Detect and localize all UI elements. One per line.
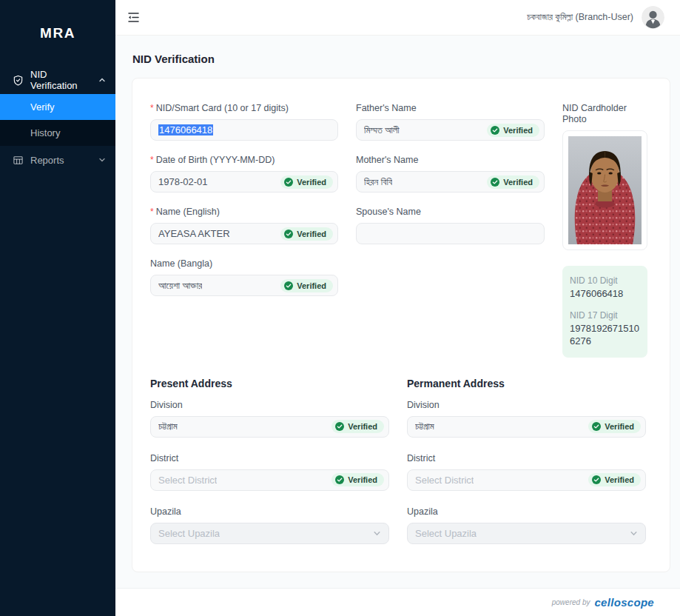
cardholder-photo <box>562 130 647 250</box>
verified-badge: Verified <box>331 420 384 433</box>
nid10-label: NID 10 Digit <box>570 275 640 286</box>
permanent-upazila-select[interactable]: Select Upazila <box>407 523 646 544</box>
present-division-field[interactable]: চট্টগ্রাম Verified <box>150 416 389 438</box>
nid10-value: 1476066418 <box>570 288 640 300</box>
check-circle-icon <box>284 230 293 238</box>
sidebar-item-label: Verify <box>30 101 55 113</box>
upazila-label: Upazila <box>150 506 389 518</box>
division-label: Division <box>407 400 646 411</box>
sidebar-item-history[interactable]: History <box>0 120 115 146</box>
page-footer: powered by celloscope <box>115 588 680 616</box>
nid-input[interactable]: 1476066418 <box>150 119 338 141</box>
celloscope-logo: celloscope <box>594 596 654 609</box>
father-name-field[interactable]: মিম্মত আলী Verified <box>356 119 545 141</box>
main-area: চকবাজার কুমিল্লা (Branch-User) NID Verif… <box>115 0 680 616</box>
district-label: District <box>407 453 646 464</box>
division-label: Division <box>150 400 389 411</box>
mother-name-label: Mother's Name <box>356 155 545 166</box>
nid-selected-text: 1476066418 <box>158 124 213 135</box>
name-english-label: *Name (English) <box>150 207 338 218</box>
shield-icon <box>13 75 24 86</box>
form-column-2: Father's Name মিম্মত আলী Verified Mother… <box>356 103 545 258</box>
cardholder-photo-label: NID Cardholder Photo <box>562 103 647 125</box>
chevron-down-icon <box>98 156 106 164</box>
spouse-name-field[interactable] <box>356 223 545 244</box>
present-address-section: Present Address Division চট্টগ্রাম Verif… <box>150 378 389 560</box>
verified-badge: Verified <box>487 175 539 189</box>
required-asterisk: * <box>150 207 154 217</box>
nid-verification-submenu: Verify History <box>0 94 115 146</box>
form-column-1: *NID/Smart Card (10 or 17 digits) 147606… <box>150 103 338 310</box>
photo-column: NID Cardholder Photo <box>562 103 647 358</box>
cardholder-portrait-image <box>568 136 642 244</box>
page-title: NID Verification <box>132 53 670 65</box>
spouse-name-label: Spouse's Name <box>356 207 545 218</box>
chevron-down-icon <box>630 529 638 538</box>
name-bangla-label: Name (Bangla) <box>150 258 338 270</box>
permanent-address-title: Permanent Address <box>407 378 646 389</box>
check-circle-icon <box>491 178 499 187</box>
sidebar-item-nid-verification[interactable]: NID Verification <box>0 66 115 94</box>
mother-name-field[interactable]: হিরন বিবি Verified <box>356 171 545 192</box>
user-branch-label: চকবাজার কুমিল্লা (Branch-User) <box>527 12 633 23</box>
required-asterisk: * <box>150 103 154 113</box>
father-name-label: Father's Name <box>356 103 545 114</box>
sidebar-item-reports[interactable]: Reports <box>0 146 115 174</box>
verified-badge: Verified <box>588 473 641 486</box>
verified-badge: Verified <box>280 175 333 189</box>
permanent-division-field[interactable]: চট্টগ্রাম Verified <box>407 416 646 438</box>
sidebar: MRA NID Verification Verify History <box>0 0 115 616</box>
verified-badge: Verified <box>487 124 539 137</box>
chevron-down-icon <box>373 529 381 538</box>
powered-by-label: powered by <box>552 598 590 606</box>
sidebar-item-label: NID Verification <box>30 69 92 91</box>
sidebar-item-verify[interactable]: Verify <box>0 94 115 120</box>
sidebar-item-label: History <box>30 127 60 138</box>
name-bangla-field[interactable]: আয়েশা আক্তার Verified <box>150 275 338 296</box>
permanent-address-section: Permanent Address Division চট্টগ্রাম Ver… <box>407 378 646 560</box>
dob-label: *Date of Birth (YYYY-MM-DD) <box>150 155 338 166</box>
required-asterisk: * <box>150 155 154 165</box>
check-circle-icon <box>592 422 601 431</box>
nid17-value: 19781926715106276 <box>570 323 640 347</box>
present-address-title: Present Address <box>150 378 389 389</box>
check-circle-icon <box>335 422 344 431</box>
chevron-up-icon <box>98 76 106 84</box>
page-content: NID Verification *NID/Smart Card (10 or … <box>115 36 680 588</box>
verified-badge: Verified <box>331 473 384 486</box>
verified-badge: Verified <box>280 279 333 292</box>
permanent-district-field[interactable]: Select District Verified <box>407 469 646 491</box>
verified-badge: Verified <box>280 227 333 241</box>
nid-summary-box: NID 10 Digit 1476066418 NID 17 Digit 197… <box>562 266 647 358</box>
check-circle-icon <box>592 475 601 484</box>
sidebar-item-label: Reports <box>30 155 64 166</box>
present-district-field[interactable]: Select District Verified <box>150 469 389 491</box>
verification-card: *NID/Smart Card (10 or 17 digits) 147606… <box>132 78 670 572</box>
district-label: District <box>150 453 389 464</box>
dob-field[interactable]: 1978-02-01 Verified <box>150 171 338 192</box>
app-logo: MRA <box>0 0 115 66</box>
upazila-label: Upazila <box>407 506 646 518</box>
check-circle-icon <box>284 178 293 187</box>
menu-fold-icon[interactable] <box>127 12 140 23</box>
check-circle-icon <box>491 126 499 135</box>
user-avatar[interactable] <box>642 6 664 29</box>
name-english-field[interactable]: AYEASA AKTER Verified <box>150 223 338 244</box>
verified-badge: Verified <box>588 420 641 433</box>
check-circle-icon <box>284 281 293 290</box>
table-icon <box>13 155 24 166</box>
nid-label: *NID/Smart Card (10 or 17 digits) <box>150 103 338 114</box>
top-header: চকবাজার কুমিল্লা (Branch-User) <box>115 0 680 36</box>
check-circle-icon <box>335 475 344 484</box>
nid17-label: NID 17 Digit <box>570 310 640 321</box>
present-upazila-select[interactable]: Select Upazila <box>150 523 389 544</box>
